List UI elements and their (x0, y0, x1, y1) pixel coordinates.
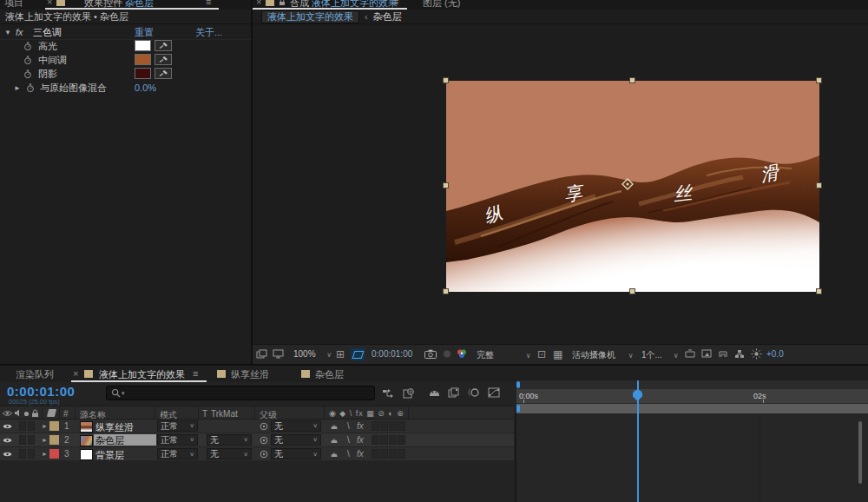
tab-comp-active[interactable]: 液体上加文字的效果 (99, 368, 185, 381)
panel-menu-icon[interactable]: ≡ (206, 0, 211, 7)
expander-closed-icon[interactable]: ► (42, 451, 48, 457)
selection-handle[interactable] (629, 77, 635, 83)
eye-icon[interactable] (3, 437, 12, 444)
breadcrumb-comp[interactable]: 液体上加文字的效果 (261, 10, 359, 23)
parent-dropdown[interactable]: 无∨ (271, 434, 321, 446)
layer-label-color[interactable] (49, 421, 59, 431)
reset-link[interactable]: 重置 (135, 26, 154, 39)
switch-cell[interactable] (380, 449, 388, 459)
quality-switch[interactable]: \ (347, 449, 350, 459)
pickwhip-icon[interactable] (260, 422, 268, 431)
composition-canvas[interactable]: 纵 享 丝 滑 (446, 81, 819, 292)
blend-mode-dropdown[interactable]: 正常∨ (157, 448, 198, 459)
snapshot-camera-icon[interactable] (424, 349, 437, 359)
shy-switch-icon[interactable] (330, 422, 339, 430)
highlight-color-swatch[interactable] (135, 40, 151, 51)
panel-menu-icon[interactable]: ≡ (393, 0, 398, 7)
audio-cell[interactable] (19, 435, 26, 445)
switch-cell[interactable] (389, 449, 397, 459)
tab-render-queue[interactable]: 渲染队列 (16, 368, 54, 381)
switch-cell[interactable] (389, 435, 397, 445)
effect-name[interactable]: 三色调 (33, 26, 62, 39)
panel-menu-icon[interactable]: ≡ (193, 368, 198, 379)
vertical-scrollbar[interactable] (858, 421, 862, 484)
midtone-color-swatch[interactable] (135, 54, 151, 65)
panel-divider-horizontal[interactable] (0, 364, 868, 366)
resolution-dropdown[interactable]: 完整 ∨ (477, 349, 531, 361)
layer-row-2[interactable]: ► 2 杂色层 正常∨ 无∨ 无∨ \ fx (0, 433, 514, 447)
selection-handle[interactable] (443, 182, 449, 188)
graph-editor-icon[interactable] (488, 387, 500, 398)
tab-project[interactable]: 项目 (4, 0, 23, 10)
fast-previews-icon[interactable] (701, 349, 712, 359)
quality-switch[interactable]: \ (347, 435, 350, 445)
always-preview-icon[interactable] (256, 349, 267, 359)
fx-switch[interactable]: fx (357, 421, 364, 431)
layer-label-color[interactable] (49, 449, 59, 459)
switch-cell[interactable] (398, 449, 405, 459)
stopwatch-icon[interactable] (23, 42, 32, 51)
trkmat-dropdown[interactable]: 无∨ (207, 434, 252, 446)
layer-name-selected[interactable]: 杂色层 (94, 434, 156, 446)
close-icon[interactable]: × (256, 0, 261, 7)
show-channel-icon[interactable] (456, 348, 468, 360)
pixel-aspect-icon[interactable]: ▦ (553, 348, 562, 360)
audio-cell[interactable] (19, 449, 26, 459)
blend-mode-dropdown[interactable]: 正常∨ (157, 434, 198, 446)
eye-icon[interactable] (3, 423, 12, 430)
exposure-value[interactable]: +0.0 (766, 349, 784, 359)
layer-label-color[interactable] (49, 435, 59, 445)
blend-mode-dropdown[interactable]: 正常∨ (157, 420, 198, 432)
selection-handle[interactable] (443, 288, 449, 294)
search-input[interactable]: ▾ (106, 386, 375, 400)
blend-value[interactable]: 0.0% (135, 83, 156, 93)
expander-open-icon[interactable]: ▼ (4, 29, 11, 36)
lock-icon[interactable] (279, 0, 286, 6)
selection-handle[interactable] (629, 288, 635, 294)
pickwhip-icon[interactable] (260, 450, 268, 459)
trkmat-dropdown[interactable]: 无∨ (207, 448, 252, 459)
anchor-point-icon[interactable] (621, 178, 634, 190)
tab-comp-2[interactable]: 纵享丝滑 (231, 368, 269, 381)
navigator-start-handle[interactable] (516, 381, 520, 388)
eyedropper-icon[interactable] (155, 54, 172, 65)
trkmat-column-header[interactable]: TrkMat (211, 409, 238, 419)
motion-blur-icon[interactable] (468, 387, 480, 398)
main-monitor-icon[interactable] (273, 349, 284, 359)
switch-cell[interactable] (380, 421, 388, 431)
breadcrumb-layer[interactable]: 杂色层 (373, 10, 402, 23)
show-snapshot-icon[interactable] (442, 349, 452, 359)
layer-name[interactable]: 背景层 (95, 449, 124, 462)
magnification-dropdown[interactable]: 100% ∨ (293, 349, 332, 359)
parent-dropdown[interactable]: 无∨ (271, 448, 321, 459)
stopwatch-icon[interactable] (23, 69, 32, 79)
view-camera-dropdown[interactable]: 活动摄像机 ∨ (572, 349, 634, 361)
hide-shy-layers-icon[interactable] (428, 387, 441, 398)
switch-cell[interactable] (380, 435, 388, 445)
selection-handle[interactable] (816, 77, 822, 83)
switch-cell[interactable] (372, 435, 379, 445)
shared-views-icon[interactable] (685, 349, 695, 359)
reset-exposure-icon[interactable] (751, 348, 762, 360)
expander-closed-icon[interactable]: ► (42, 423, 48, 429)
switch-cell[interactable] (389, 421, 397, 431)
tab-layer[interactable]: 图层 (无) (423, 0, 460, 10)
tab-comp-3[interactable]: 杂色层 (315, 368, 344, 381)
flowchart-icon[interactable] (734, 349, 745, 359)
panel-divider-vertical[interactable] (251, 0, 253, 364)
close-icon[interactable]: × (73, 368, 78, 379)
stopwatch-icon[interactable] (26, 83, 35, 93)
switch-cell[interactable] (372, 421, 379, 431)
lock-cell[interactable] (28, 449, 35, 459)
time-ruler[interactable]: 0:00s 02s (516, 389, 868, 403)
grid-guides-icon[interactable]: ⊞ (336, 348, 345, 360)
switch-cell[interactable] (398, 421, 405, 431)
expander-closed-icon[interactable]: ► (14, 84, 21, 92)
shy-switch-icon[interactable] (330, 450, 339, 458)
timeline-button-icon[interactable] (718, 349, 728, 359)
shadow-color-swatch[interactable] (135, 68, 151, 79)
eyedropper-icon[interactable] (155, 68, 172, 79)
transparency-grid-icon[interactable] (351, 348, 365, 360)
selection-handle[interactable] (816, 288, 822, 294)
quality-switch[interactable]: \ (347, 421, 350, 431)
